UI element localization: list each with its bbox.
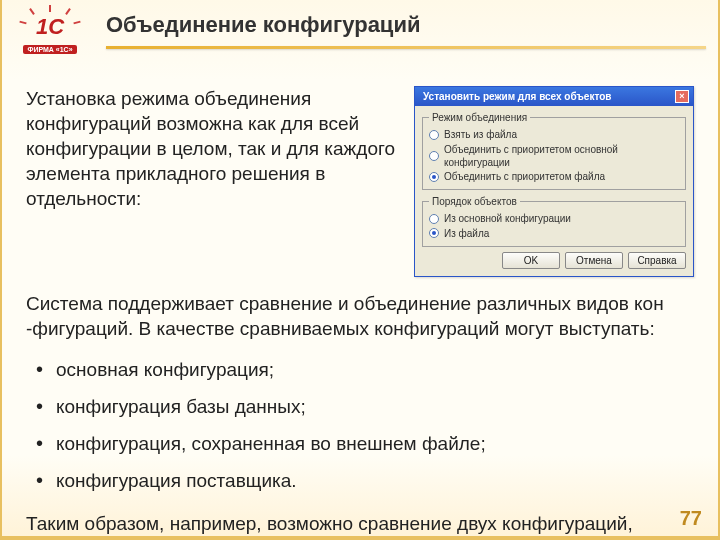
page-number: 77 — [680, 507, 702, 530]
radio-take-from-file[interactable]: Взять из файла — [429, 128, 679, 141]
radio-icon — [429, 151, 439, 161]
bullet-list: основная конфигурация; конфигурация базы… — [34, 351, 694, 499]
slide-header: 1С ФИРМА «1С» Объединение конфигураций — [2, 0, 718, 72]
logo-subtext: ФИРМА «1С» — [23, 45, 76, 54]
list-item: основная конфигурация; — [34, 351, 694, 388]
radio-label: Объединить с приоритетом файла — [444, 170, 605, 183]
radio-order-file[interactable]: Из файла — [429, 227, 679, 240]
radio-label: Объединить с приоритетом основной конфиг… — [444, 143, 679, 169]
paragraph-1: Система поддерживает сравнение и объедин… — [26, 291, 694, 341]
radio-icon — [429, 228, 439, 238]
radio-label: Из файла — [444, 227, 489, 240]
help-button[interactable]: Справка — [628, 252, 686, 269]
object-order-legend: Порядок объектов — [429, 195, 520, 208]
logo-icon: 1С — [26, 11, 74, 43]
merge-mode-legend: Режим объединения — [429, 111, 530, 124]
logo-brand: 1С — [36, 16, 64, 38]
merge-mode-group: Режим объединения Взять из файла Объедин… — [422, 111, 686, 190]
radio-merge-file-priority[interactable]: Объединить с приоритетом файла — [429, 170, 679, 183]
dialog-titlebar: Установить режим для всех объектов × — [415, 87, 693, 106]
radio-label: Из основной конфигурации — [444, 212, 571, 225]
ok-button[interactable]: OK — [502, 252, 560, 269]
intro-text: Установка режима объединения конфигураци… — [26, 86, 396, 211]
radio-icon — [429, 172, 439, 182]
object-order-group: Порядок объектов Из основной конфигураци… — [422, 195, 686, 247]
slide-title: Объединение конфигураций — [106, 12, 706, 38]
list-item: конфигурация базы данных; — [34, 388, 694, 425]
title-underline — [106, 46, 706, 49]
radio-icon — [429, 214, 439, 224]
radio-icon — [429, 130, 439, 140]
cancel-button[interactable]: Отмена — [565, 252, 623, 269]
radio-order-main[interactable]: Из основной конфигурации — [429, 212, 679, 225]
list-item: конфигурация поставщика. — [34, 462, 694, 499]
dialog-window: Установить режим для всех объектов × Реж… — [414, 86, 694, 277]
radio-merge-main-priority[interactable]: Объединить с приоритетом основной конфиг… — [429, 143, 679, 169]
radio-label: Взять из файла — [444, 128, 517, 141]
paragraph-2: Таким образом, например, возможно сравне… — [26, 511, 694, 540]
list-item: конфигурация, сохраненная во внешнем фай… — [34, 425, 694, 462]
dialog-title: Установить режим для всех объектов — [423, 90, 611, 103]
logo-1c: 1С ФИРМА «1С» — [6, 2, 94, 62]
close-icon[interactable]: × — [675, 90, 689, 103]
